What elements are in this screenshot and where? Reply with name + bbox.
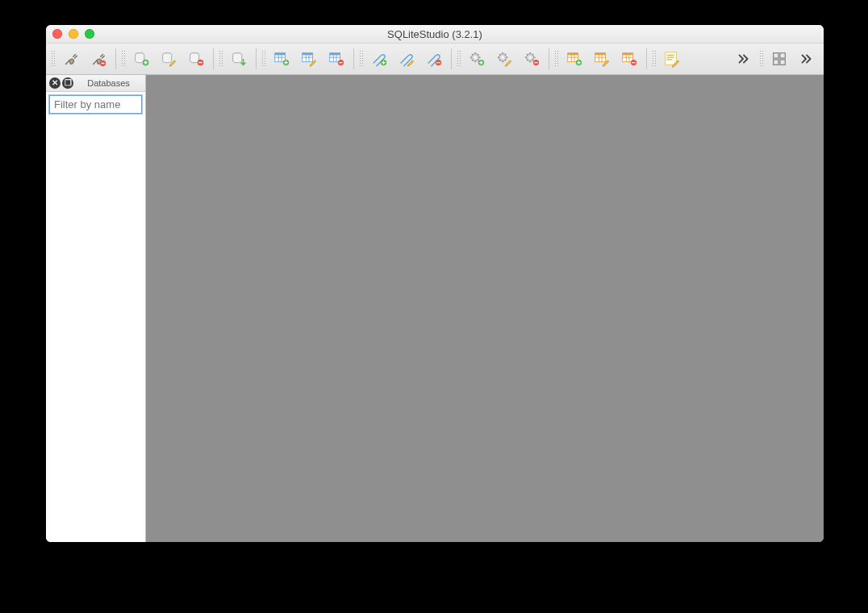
toolbar-separator xyxy=(256,48,257,69)
toolbar-overflow2-button[interactable] xyxy=(795,47,819,71)
table-add-icon xyxy=(273,50,290,68)
svg-rect-33 xyxy=(666,52,677,65)
edit-view-button[interactable] xyxy=(590,47,614,71)
trigger-edit-icon xyxy=(495,50,513,68)
toolbar-separator xyxy=(646,48,647,69)
app-window: SQLiteStudio (3.2.1) xyxy=(46,25,824,542)
databases-panel-title: Databases xyxy=(75,78,142,88)
toolbar-separator xyxy=(549,48,549,69)
svg-rect-36 xyxy=(774,60,778,65)
database-add-icon xyxy=(132,50,150,68)
database-filter-input[interactable] xyxy=(49,95,142,114)
index-edit-icon xyxy=(398,50,415,68)
database-remove-icon xyxy=(187,50,205,68)
minimize-window-button[interactable] xyxy=(69,29,78,39)
chevron-double-right-icon xyxy=(735,50,753,68)
tile-windows-button[interactable] xyxy=(767,47,791,71)
edit-trigger-button[interactable] xyxy=(492,47,516,71)
create-view-button[interactable] xyxy=(562,47,586,71)
window-controls xyxy=(52,25,94,43)
close-panel-icon[interactable]: ✕ xyxy=(49,77,61,89)
view-remove-icon xyxy=(620,50,638,68)
detach-panel-icon[interactable]: ❐ xyxy=(62,77,73,89)
toolbar-separator xyxy=(115,48,116,69)
mdi-area xyxy=(146,75,824,542)
databases-panel-header: ✕ ❐ Databases xyxy=(46,75,145,92)
toolbar-grip[interactable] xyxy=(219,50,223,68)
create-table-button[interactable] xyxy=(269,47,294,71)
svg-rect-31 xyxy=(623,53,633,56)
svg-point-21 xyxy=(502,56,504,59)
toolbar-grip[interactable] xyxy=(652,50,657,68)
create-trigger-button[interactable] xyxy=(465,47,489,71)
toolbar-grip[interactable] xyxy=(51,50,56,68)
svg-rect-34 xyxy=(774,53,778,58)
close-window-button[interactable] xyxy=(52,29,62,39)
toolbar-separator xyxy=(451,48,452,69)
database-import-icon xyxy=(230,50,248,68)
toolbar-separator xyxy=(213,48,214,69)
drop-table-button[interactable] xyxy=(324,47,348,71)
connect-button[interactable] xyxy=(59,47,83,71)
toolbar-grip[interactable] xyxy=(359,50,364,68)
view-add-icon xyxy=(565,50,583,68)
add-database-button[interactable] xyxy=(129,47,153,71)
drop-index-button[interactable] xyxy=(422,47,446,71)
zoom-window-button[interactable] xyxy=(85,29,94,39)
svg-rect-35 xyxy=(780,53,785,58)
toolbar-separator xyxy=(353,48,354,69)
svg-point-18 xyxy=(474,56,477,59)
toolbar-overflow-button[interactable] xyxy=(732,47,756,71)
drop-view-button[interactable] xyxy=(617,47,641,71)
table-remove-icon xyxy=(328,50,345,68)
plug-disconnect-icon xyxy=(90,50,107,68)
window-title: SQLiteStudio (3.2.1) xyxy=(387,28,482,40)
svg-rect-37 xyxy=(780,60,785,65)
disconnect-button[interactable] xyxy=(86,47,111,71)
toolbar-grip[interactable] xyxy=(261,50,266,68)
svg-rect-13 xyxy=(330,53,340,56)
index-add-icon xyxy=(370,50,388,68)
drop-trigger-button[interactable] xyxy=(520,47,544,71)
svg-rect-29 xyxy=(595,53,606,56)
main-toolbar xyxy=(46,44,824,75)
svg-rect-26 xyxy=(568,53,578,56)
create-index-button[interactable] xyxy=(367,47,391,71)
edit-table-button[interactable] xyxy=(297,47,321,71)
edit-index-button[interactable] xyxy=(394,47,419,71)
svg-rect-8 xyxy=(275,53,286,56)
edit-database-button[interactable] xyxy=(156,47,181,71)
toolbar-grip[interactable] xyxy=(457,50,461,68)
databases-panel: ✕ ❐ Databases xyxy=(46,75,146,542)
remove-database-button[interactable] xyxy=(184,47,208,71)
trigger-remove-icon xyxy=(523,50,540,68)
app-body: ✕ ❐ Databases xyxy=(46,75,824,542)
table-edit-icon xyxy=(300,50,318,68)
toolbar-grip[interactable] xyxy=(121,50,126,68)
tile-windows-icon xyxy=(770,50,788,68)
database-tree[interactable] xyxy=(46,117,145,542)
sql-editor-button[interactable] xyxy=(660,47,684,71)
view-edit-icon xyxy=(593,50,611,68)
chevron-double-right-icon xyxy=(798,50,816,68)
svg-point-23 xyxy=(529,56,532,59)
trigger-add-icon xyxy=(468,50,486,68)
plug-connect-icon xyxy=(62,50,80,68)
titlebar: SQLiteStudio (3.2.1) xyxy=(46,25,824,44)
sql-editor-icon xyxy=(663,50,681,68)
import-database-button[interactable] xyxy=(227,47,251,71)
svg-rect-11 xyxy=(303,53,313,56)
toolbar-grip[interactable] xyxy=(759,50,764,68)
database-edit-icon xyxy=(160,50,177,68)
index-remove-icon xyxy=(425,50,443,68)
toolbar-grip[interactable] xyxy=(554,50,559,68)
